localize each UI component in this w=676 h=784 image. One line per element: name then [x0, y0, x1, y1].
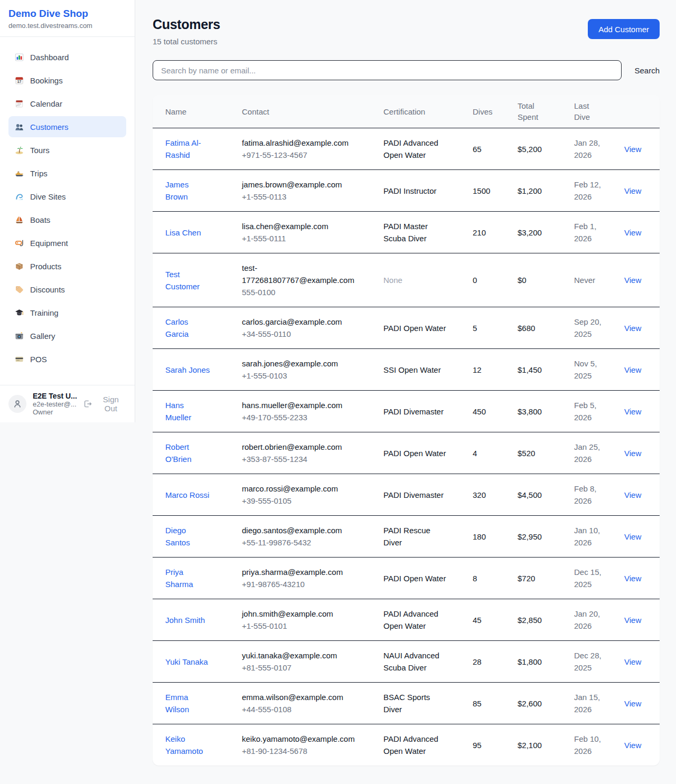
sidebar-item-bookings[interactable]: 17 Bookings [8, 70, 126, 91]
table-row: Fatima Al-Rashid fatima.alrashid@example… [153, 128, 660, 170]
page-header: Customers 15 total customers Add Custome… [153, 17, 660, 46]
customer-name-link[interactable]: John Smith [165, 616, 205, 625]
customer-total-spent: $520 [505, 432, 561, 474]
view-customer-link[interactable]: View [624, 228, 641, 237]
sign-out-label: Sign Out [96, 395, 126, 413]
customer-last-dive: Feb 12, 2026 [561, 170, 612, 212]
view-customer-link[interactable]: View [624, 365, 641, 374]
customer-name-link[interactable]: Hans Mueller [165, 401, 191, 422]
sidebar-item-gallery[interactable]: Gallery [8, 325, 126, 346]
sidebar-item-calendar[interactable]: Calendar [8, 93, 126, 114]
view-customer-link[interactable]: View [624, 276, 641, 285]
customer-certification: PADI Rescue Diver [371, 516, 460, 558]
sidebar-item-pos[interactable]: POS [8, 348, 126, 370]
avatar [8, 395, 26, 413]
customer-total-spent: $720 [505, 558, 561, 599]
customer-email: yuki.tanaka@example.com [242, 649, 353, 662]
customer-last-dive: Never [561, 253, 612, 307]
customer-certification: PADI Advanced Open Water [371, 128, 460, 170]
customer-certification: PADI Open Water [371, 307, 460, 349]
customer-last-dive: Dec 28, 2025 [561, 641, 612, 683]
view-customer-link[interactable]: View [624, 186, 641, 195]
customer-name-link[interactable]: Keiko Yamamoto [165, 734, 203, 755]
view-customer-link[interactable]: View [624, 657, 641, 666]
customer-name-link[interactable]: Test Customer [165, 270, 200, 291]
sidebar-item-dive-sites[interactable]: Dive Sites [8, 186, 126, 207]
customer-name-link[interactable]: Diego Santos [165, 526, 190, 547]
customer-last-dive: Sep 20, 2025 [561, 307, 612, 349]
customer-last-dive: Jan 20, 2026 [561, 599, 612, 641]
customer-email: lisa.chen@example.com [242, 220, 353, 232]
customer-last-dive: Feb 10, 2026 [561, 724, 612, 766]
column-header-contact: Contact [229, 95, 371, 128]
customer-total-spent: $2,950 [505, 516, 561, 558]
view-customer-link[interactable]: View [624, 407, 641, 416]
table-row: Test Customer test-1772681807767@example… [153, 253, 660, 307]
customer-last-dive: Jan 15, 2026 [561, 683, 612, 724]
customer-last-dive: Jan 10, 2026 [561, 516, 612, 558]
customer-email: emma.wilson@example.com [242, 691, 353, 703]
main-content: Customers 15 total customers Add Custome… [135, 0, 676, 781]
customer-name-link[interactable]: Priya Sharma [165, 568, 193, 589]
page-title: Customers [153, 17, 220, 32]
sidebar-item-tours[interactable]: Tours [8, 139, 126, 160]
customer-name-link[interactable]: Yuki Tanaka [165, 657, 208, 666]
view-customer-link[interactable]: View [624, 616, 641, 625]
view-customer-link[interactable]: View [624, 741, 641, 750]
training-icon [15, 308, 24, 317]
view-customer-link[interactable]: View [624, 532, 641, 541]
customer-name-link[interactable]: Sarah Jones [165, 365, 210, 374]
customer-name-link[interactable]: Fatima Al-Rashid [165, 138, 201, 159]
search-button[interactable]: Search [634, 62, 660, 79]
sidebar-nav: Dashboard 17 Bookings Calendar Customers… [0, 37, 135, 372]
customer-name-link[interactable]: Carlos Garcia [165, 317, 189, 338]
view-customer-link[interactable]: View [624, 324, 641, 333]
customer-total-spent: $3,800 [505, 391, 561, 432]
customer-total-spent: $680 [505, 307, 561, 349]
customer-certification: PADI Divemaster [371, 474, 460, 516]
customer-name-link[interactable]: Robert O'Brien [165, 442, 192, 464]
table-row: Diego Santos diego.santos@example.com +5… [153, 516, 660, 558]
sidebar-item-dashboard[interactable]: Dashboard [8, 46, 126, 68]
view-customer-link[interactable]: View [624, 145, 641, 154]
view-customer-link[interactable]: View [624, 574, 641, 583]
customer-phone: +81-90-1234-5678 [242, 745, 353, 757]
view-customer-link[interactable]: View [624, 490, 641, 499]
customer-dives: 28 [460, 641, 505, 683]
customer-phone: +55-11-99876-5432 [242, 536, 353, 549]
table-row: James Brown james.brown@example.com +1-5… [153, 170, 660, 212]
sign-out-button[interactable]: Sign Out [83, 395, 126, 413]
table-row: John Smith john.smith@example.com +1-555… [153, 599, 660, 641]
customer-name-link[interactable]: James Brown [165, 180, 189, 201]
sidebar-item-products[interactable]: Products [8, 256, 126, 277]
sidebar-item-training[interactable]: Training [8, 302, 126, 323]
products-icon [15, 262, 24, 271]
sidebar-item-equipment[interactable]: Equipment [8, 232, 126, 253]
customer-name-link[interactable]: Marco Rossi [165, 490, 209, 499]
table-row: Yuki Tanaka yuki.tanaka@example.com +81-… [153, 641, 660, 683]
search-input[interactable] [153, 60, 622, 80]
view-customer-link[interactable]: View [624, 449, 641, 458]
column-header-actions [612, 95, 660, 128]
view-customer-link[interactable]: View [624, 699, 641, 708]
customer-name-link[interactable]: Lisa Chen [165, 228, 201, 237]
sidebar-item-discounts[interactable]: Discounts [8, 279, 126, 300]
sidebar-item-boats[interactable]: Boats [8, 209, 126, 230]
pos-icon [15, 355, 24, 364]
dashboard-icon [15, 53, 24, 62]
user-role: Owner [33, 408, 77, 416]
customer-phone: +1-555-0103 [242, 370, 353, 382]
sidebar-item-trips[interactable]: Trips [8, 163, 126, 184]
calendar-icon [15, 99, 24, 108]
customer-email: robert.obrien@example.com [242, 441, 353, 453]
customer-dives: 85 [460, 683, 505, 724]
customers-icon [15, 122, 24, 131]
discounts-icon [15, 285, 24, 294]
customer-name-link[interactable]: Emma Wilson [165, 693, 189, 714]
add-customer-button[interactable]: Add Customer [588, 19, 660, 39]
customer-certification: PADI Master Scuba Diver [371, 212, 460, 253]
customer-certification: SSI Open Water [371, 349, 460, 391]
sidebar-item-customers[interactable]: Customers [8, 116, 126, 137]
customer-phone: +971-55-123-4567 [242, 149, 353, 161]
shop-name: Demo Dive Shop [8, 8, 126, 20]
